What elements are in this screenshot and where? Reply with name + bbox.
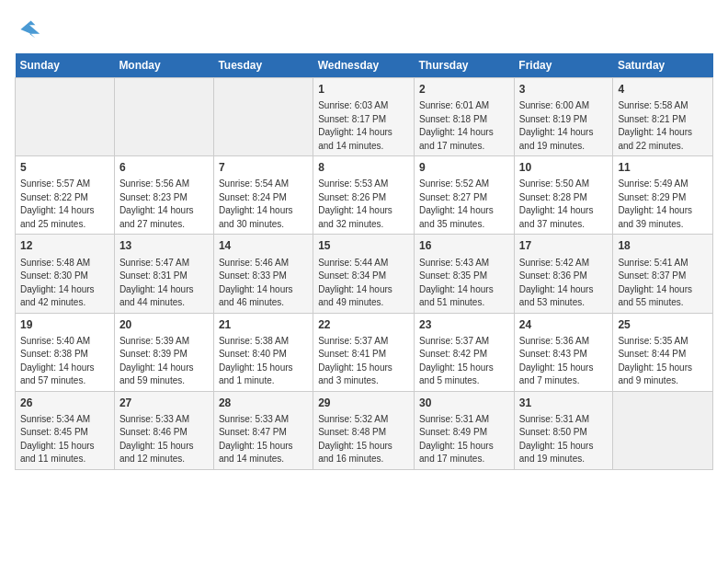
day-number: 26 (20, 396, 109, 410)
day-number: 8 (318, 160, 409, 175)
calendar-cell: 25Sunrise: 5:35 AM Sunset: 8:44 PM Dayli… (613, 313, 713, 391)
calendar-cell: 12Sunrise: 5:48 AM Sunset: 8:30 PM Dayli… (16, 235, 115, 313)
col-header-tuesday: Tuesday (213, 53, 313, 78)
day-info: Sunrise: 5:58 AM Sunset: 8:21 PM Dayligh… (618, 100, 692, 151)
week-row-4: 19Sunrise: 5:40 AM Sunset: 8:38 PM Dayli… (16, 313, 713, 391)
day-info: Sunrise: 5:37 AM Sunset: 8:42 PM Dayligh… (419, 336, 494, 386)
week-row-5: 26Sunrise: 5:34 AM Sunset: 8:45 PM Dayli… (16, 391, 713, 469)
day-number: 6 (119, 160, 209, 175)
calendar-cell: 23Sunrise: 5:37 AM Sunset: 8:42 PM Dayli… (415, 313, 515, 391)
calendar-cell: 3Sunrise: 6:00 AM Sunset: 8:19 PM Daylig… (514, 78, 613, 156)
day-info: Sunrise: 5:37 AM Sunset: 8:41 PM Dayligh… (318, 336, 392, 386)
calendar-cell: 1Sunrise: 6:03 AM Sunset: 8:17 PM Daylig… (313, 78, 415, 156)
day-number: 2 (419, 82, 509, 97)
day-info: Sunrise: 5:33 AM Sunset: 8:47 PM Dayligh… (219, 414, 293, 465)
day-number: 15 (318, 238, 409, 253)
col-header-saturday: Saturday (613, 53, 713, 78)
calendar-cell: 8Sunrise: 5:53 AM Sunset: 8:26 PM Daylig… (313, 156, 415, 235)
week-row-3: 12Sunrise: 5:48 AM Sunset: 8:30 PM Dayli… (16, 235, 713, 313)
day-info: Sunrise: 5:41 AM Sunset: 8:37 PM Dayligh… (618, 258, 692, 308)
calendar-cell: 19Sunrise: 5:40 AM Sunset: 8:38 PM Dayli… (16, 313, 115, 391)
day-info: Sunrise: 5:42 AM Sunset: 8:36 PM Dayligh… (519, 258, 594, 308)
calendar-cell: 29Sunrise: 5:32 AM Sunset: 8:48 PM Dayli… (313, 391, 415, 469)
calendar-cell: 6Sunrise: 5:56 AM Sunset: 8:23 PM Daylig… (114, 156, 213, 235)
svg-marker-0 (20, 20, 40, 38)
calendar-cell: 9Sunrise: 5:52 AM Sunset: 8:27 PM Daylig… (415, 156, 515, 235)
calendar-cell (213, 78, 313, 156)
calendar-cell: 10Sunrise: 5:50 AM Sunset: 8:28 PM Dayli… (514, 156, 613, 235)
day-info: Sunrise: 5:40 AM Sunset: 8:38 PM Dayligh… (20, 336, 95, 386)
col-header-thursday: Thursday (415, 53, 515, 78)
day-info: Sunrise: 5:31 AM Sunset: 8:49 PM Dayligh… (419, 414, 494, 465)
calendar-cell (613, 391, 713, 469)
calendar-cell: 5Sunrise: 5:57 AM Sunset: 8:22 PM Daylig… (16, 156, 115, 235)
day-number: 30 (419, 396, 509, 410)
day-number: 12 (20, 238, 109, 253)
day-info: Sunrise: 5:44 AM Sunset: 8:34 PM Dayligh… (318, 258, 392, 308)
day-number: 31 (519, 396, 609, 410)
calendar-cell (16, 78, 115, 156)
day-info: Sunrise: 6:00 AM Sunset: 8:19 PM Dayligh… (519, 100, 594, 151)
day-number: 27 (119, 396, 209, 410)
calendar-cell: 31Sunrise: 5:31 AM Sunset: 8:50 PM Dayli… (514, 391, 613, 469)
day-info: Sunrise: 5:46 AM Sunset: 8:33 PM Dayligh… (219, 258, 293, 308)
day-info: Sunrise: 5:49 AM Sunset: 8:29 PM Dayligh… (618, 178, 692, 229)
day-info: Sunrise: 5:54 AM Sunset: 8:24 PM Dayligh… (219, 178, 293, 229)
calendar-cell: 11Sunrise: 5:49 AM Sunset: 8:29 PM Dayli… (613, 156, 713, 235)
day-number: 24 (519, 317, 609, 332)
day-number: 28 (219, 396, 308, 410)
day-info: Sunrise: 5:33 AM Sunset: 8:46 PM Dayligh… (119, 414, 194, 465)
day-number: 21 (219, 317, 308, 332)
calendar-cell: 4Sunrise: 5:58 AM Sunset: 8:21 PM Daylig… (613, 78, 713, 156)
day-info: Sunrise: 6:03 AM Sunset: 8:17 PM Dayligh… (318, 100, 392, 151)
day-info: Sunrise: 5:35 AM Sunset: 8:44 PM Dayligh… (618, 336, 692, 386)
calendar-cell: 18Sunrise: 5:41 AM Sunset: 8:37 PM Dayli… (613, 235, 713, 313)
calendar-cell: 28Sunrise: 5:33 AM Sunset: 8:47 PM Dayli… (213, 391, 313, 469)
day-number: 22 (318, 317, 409, 332)
calendar-cell: 30Sunrise: 5:31 AM Sunset: 8:49 PM Dayli… (415, 391, 515, 469)
day-number: 3 (519, 82, 609, 97)
day-info: Sunrise: 5:57 AM Sunset: 8:22 PM Dayligh… (20, 178, 95, 229)
calendar-cell: 24Sunrise: 5:36 AM Sunset: 8:43 PM Dayli… (514, 313, 613, 391)
day-info: Sunrise: 5:56 AM Sunset: 8:23 PM Dayligh… (119, 178, 194, 229)
calendar-cell: 20Sunrise: 5:39 AM Sunset: 8:39 PM Dayli… (114, 313, 213, 391)
day-number: 17 (519, 238, 609, 253)
day-info: Sunrise: 5:53 AM Sunset: 8:26 PM Dayligh… (318, 178, 392, 229)
calendar-cell (114, 78, 213, 156)
calendar-table: SundayMondayTuesdayWednesdayThursdayFrid… (15, 53, 713, 470)
col-header-friday: Friday (514, 53, 613, 78)
calendar-cell: 26Sunrise: 5:34 AM Sunset: 8:45 PM Dayli… (16, 391, 115, 469)
header (15, 15, 713, 44)
day-number: 4 (618, 82, 708, 97)
logo (15, 15, 48, 44)
day-info: Sunrise: 5:47 AM Sunset: 8:31 PM Dayligh… (119, 258, 194, 308)
calendar-cell: 22Sunrise: 5:37 AM Sunset: 8:41 PM Dayli… (313, 313, 415, 391)
day-number: 20 (119, 317, 209, 332)
day-info: Sunrise: 5:34 AM Sunset: 8:45 PM Dayligh… (20, 414, 95, 465)
day-info: Sunrise: 5:38 AM Sunset: 8:40 PM Dayligh… (219, 336, 293, 386)
day-info: Sunrise: 5:43 AM Sunset: 8:35 PM Dayligh… (419, 258, 494, 308)
day-info: Sunrise: 5:52 AM Sunset: 8:27 PM Dayligh… (419, 178, 494, 229)
day-info: Sunrise: 5:39 AM Sunset: 8:39 PM Dayligh… (119, 336, 194, 386)
day-number: 11 (618, 160, 708, 175)
day-info: Sunrise: 6:01 AM Sunset: 8:18 PM Dayligh… (419, 100, 494, 151)
day-number: 5 (20, 160, 109, 175)
day-number: 10 (519, 160, 609, 175)
day-number: 13 (119, 238, 209, 253)
day-number: 7 (219, 160, 308, 175)
header-row: SundayMondayTuesdayWednesdayThursdayFrid… (16, 53, 713, 78)
day-number: 29 (318, 396, 409, 410)
day-info: Sunrise: 5:32 AM Sunset: 8:48 PM Dayligh… (318, 414, 392, 465)
calendar-cell: 7Sunrise: 5:54 AM Sunset: 8:24 PM Daylig… (213, 156, 313, 235)
day-info: Sunrise: 5:50 AM Sunset: 8:28 PM Dayligh… (519, 178, 594, 229)
week-row-1: 1Sunrise: 6:03 AM Sunset: 8:17 PM Daylig… (16, 78, 713, 156)
calendar-cell: 14Sunrise: 5:46 AM Sunset: 8:33 PM Dayli… (213, 235, 313, 313)
day-number: 19 (20, 317, 109, 332)
week-row-2: 5Sunrise: 5:57 AM Sunset: 8:22 PM Daylig… (16, 156, 713, 235)
calendar-cell: 27Sunrise: 5:33 AM Sunset: 8:46 PM Dayli… (114, 391, 213, 469)
day-info: Sunrise: 5:36 AM Sunset: 8:43 PM Dayligh… (519, 336, 594, 386)
calendar-cell: 16Sunrise: 5:43 AM Sunset: 8:35 PM Dayli… (415, 235, 515, 313)
col-header-wednesday: Wednesday (313, 53, 415, 78)
calendar-cell: 2Sunrise: 6:01 AM Sunset: 8:18 PM Daylig… (415, 78, 515, 156)
day-number: 1 (318, 82, 409, 97)
